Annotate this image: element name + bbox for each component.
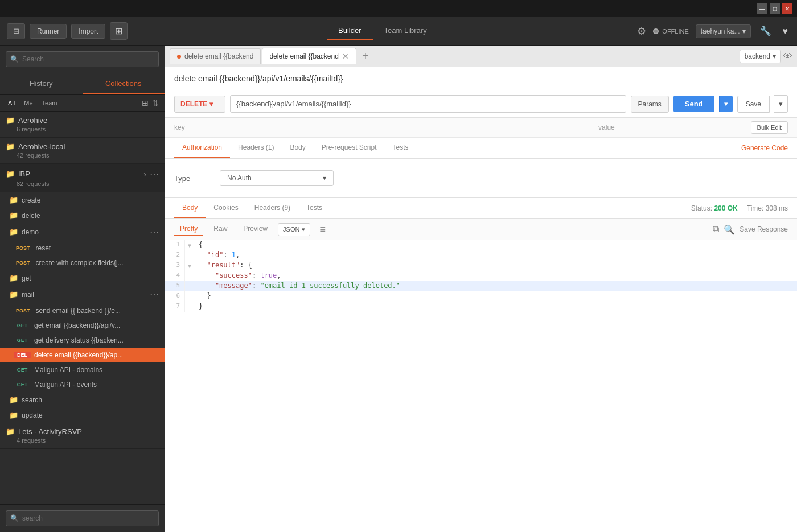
maximize-button[interactable]: □ [770, 3, 780, 14]
more-icon-mail[interactable]: ⋯ [150, 289, 159, 300]
wrap-icon[interactable]: ≡ [319, 224, 326, 236]
folder-search[interactable]: 📁 search [0, 392, 165, 407]
tab-headers[interactable]: Headers (1) [230, 138, 282, 158]
tab-team-library[interactable]: Team Library [373, 22, 438, 40]
more-icon-demo[interactable]: ⋯ [150, 226, 159, 237]
settings-icon[interactable]: ⚙ [637, 25, 646, 38]
bottom-search-input[interactable] [6, 510, 159, 526]
list-item-reset[interactable]: POST reset [0, 241, 165, 255]
more-icon[interactable]: ⋯ [150, 168, 159, 179]
search-response-icon[interactable]: 🔍 [724, 224, 735, 235]
line-content: } [194, 291, 216, 302]
close-button[interactable]: ✕ [782, 3, 792, 14]
folder-mail[interactable]: 📁 mail ⋯ [0, 286, 165, 303]
response-tab-tests[interactable]: Tests [298, 198, 330, 218]
auth-type-value: No Auth [227, 174, 252, 182]
list-item-create-complex[interactable]: POST create with complex fields{j... [0, 255, 165, 270]
copy-icon[interactable]: ⧉ [713, 224, 719, 234]
collection-lets[interactable]: 📁 Lets - ActivityRSVP 4 requests [0, 423, 165, 449]
tab-history[interactable]: History [0, 73, 83, 94]
folder-update[interactable]: 📁 update [0, 407, 165, 423]
format-tab-pretty[interactable]: Pretty [174, 222, 203, 236]
tab-authorization[interactable]: Authorization [174, 138, 230, 158]
tab-body[interactable]: Body [282, 138, 313, 158]
save-button[interactable]: Save [737, 96, 770, 113]
line-number: 1 [165, 240, 185, 250]
tab-tests[interactable]: Tests [384, 138, 416, 158]
new-tab-button[interactable]: ⊞ [110, 22, 128, 40]
collection-aerohive[interactable]: 📁 Aerohive 6 requests [0, 112, 165, 138]
method-select[interactable]: DELETE ▾ [174, 96, 225, 113]
req-tab-1[interactable]: delete email {{backend [170, 48, 261, 64]
chevron-down-icon: ▾ [209, 100, 213, 108]
format-select-value: JSON [283, 226, 299, 233]
request-title: delete email {{backend}}/api/v1/emails/{… [165, 67, 797, 90]
response-tab-body[interactable]: Body [174, 198, 206, 218]
save-dropdown-button[interactable]: ▾ [774, 95, 788, 113]
response-tab-cookies[interactable]: Cookies [206, 198, 246, 218]
list-item-delivery-status[interactable]: GET get delivery status {{backen... [0, 333, 165, 348]
list-item-delete-email[interactable]: DEL delete email {{backend}}/ap... [0, 348, 165, 362]
filter-all-button[interactable]: All [6, 98, 17, 108]
method-badge-post: POST [14, 245, 32, 251]
top-bar-left: ⊟ Runner Import ⊞ [7, 22, 128, 40]
chevron-down-icon: ▾ [323, 174, 326, 182]
line-arrow[interactable]: ▼ [185, 240, 194, 250]
user-dropdown[interactable]: taehyun ka... ▾ [696, 24, 751, 38]
eye-icon[interactable]: 👁 [783, 51, 792, 61]
auth-type-select[interactable]: No Auth ▾ [220, 170, 334, 186]
sidebar-bottom: 🔍 [0, 504, 165, 532]
tab-pre-request-script[interactable]: Pre-request Script [314, 138, 385, 158]
code-line-6: 6 } [165, 291, 797, 302]
add-tab-button[interactable]: + [358, 50, 373, 63]
list-item-send-email[interactable]: POST send email {{ backend }}/e... [0, 303, 165, 318]
format-tab-preview[interactable]: Preview [237, 222, 273, 236]
tab-collections[interactable]: Collections [83, 73, 165, 94]
filter-me-button[interactable]: Me [22, 98, 35, 108]
collection-aerohive-header: 📁 Aerohive [6, 116, 159, 125]
response-tab-headers[interactable]: Headers (9) [247, 198, 298, 218]
format-tab-raw[interactable]: Raw [208, 222, 233, 236]
url-input[interactable] [230, 95, 626, 113]
line-number: 7 [165, 302, 185, 312]
close-tab-icon[interactable]: ✕ [342, 52, 349, 61]
folder-delete[interactable]: 📁 delete [0, 208, 165, 223]
search-input[interactable] [6, 51, 159, 67]
bulk-edit-button[interactable]: Bulk Edit [751, 121, 788, 134]
generate-code-link[interactable]: Generate Code [741, 138, 788, 158]
collection-aerohive-local[interactable]: 📁 Aerohive-local 42 requests [0, 138, 165, 164]
line-arrow[interactable]: ▼ [185, 261, 194, 271]
sidebar-toggle-button[interactable]: ⊟ [7, 23, 25, 39]
folder-icon: 📁 [9, 196, 18, 204]
folder-create[interactable]: 📁 create [0, 192, 165, 208]
send-button[interactable]: Send [673, 96, 714, 112]
code-line-1: 1 ▼ { [165, 240, 797, 250]
filter-icons: ⊞ ⇅ [142, 98, 159, 108]
list-item-mailgun-events[interactable]: GET Mailgun API - events [0, 377, 165, 392]
collection-ibp[interactable]: 📁 IBP › ⋯ 82 requests [0, 164, 165, 192]
line-arrow [185, 302, 194, 312]
filter-team-button[interactable]: Team [40, 98, 60, 108]
list-item-mailgun-domains[interactable]: GET Mailgun API - domains [0, 362, 165, 377]
sort-icon[interactable]: ⇅ [152, 98, 159, 108]
runner-button[interactable]: Runner [30, 24, 67, 39]
send-dropdown-button[interactable]: ▾ [719, 96, 733, 112]
format-select[interactable]: JSON ▾ [278, 223, 310, 236]
sub-item-delete-email-name: delete email {{backend}}/ap... [34, 351, 123, 359]
params-button[interactable]: Params [631, 96, 669, 113]
list-item-get-email[interactable]: GET get email {{backend}}/api/v... [0, 318, 165, 333]
response-section: Body Cookies Headers (9) Tests Status: 2… [165, 198, 797, 532]
minimize-button[interactable]: — [757, 3, 767, 14]
env-dropdown[interactable]: backend ▾ [740, 50, 781, 63]
wrench-icon[interactable]: 🔧 [758, 23, 774, 39]
folder-demo[interactable]: 📁 demo ⋯ [0, 223, 165, 241]
import-button[interactable]: Import [71, 24, 105, 39]
folder-get[interactable]: 📁 get [0, 270, 165, 286]
new-collection-icon[interactable]: ⊞ [142, 98, 149, 108]
sub-item-mailgun-domains-name: Mailgun API - domains [34, 366, 102, 374]
req-tab-2[interactable]: delete email {{backend ✕ [262, 48, 356, 64]
tab-builder[interactable]: Builder [327, 22, 372, 40]
heart-icon[interactable]: ♥ [780, 24, 791, 39]
save-response-button[interactable]: Save Response [740, 225, 788, 233]
method-badge-get: GET [14, 366, 31, 373]
